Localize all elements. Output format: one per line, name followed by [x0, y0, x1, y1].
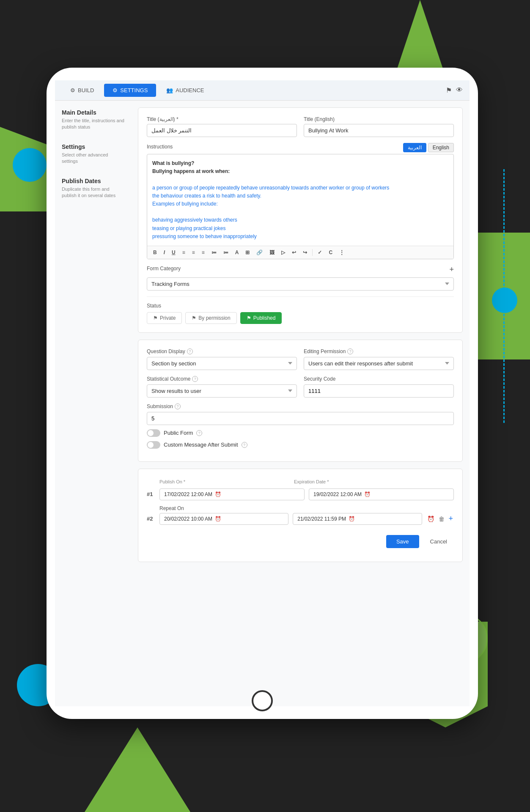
submission-input[interactable]	[147, 412, 454, 425]
publish-date-2-value: 20/02/2022 10:00 AM	[164, 516, 212, 522]
instructions-group: Instructions العربية English What is bul…	[147, 143, 454, 259]
security-code-label: Security Code	[304, 376, 454, 382]
nav-actions: ⚑ 👁	[446, 86, 463, 94]
sidebar-section-main-details: Main Details Enter the title, instructio…	[62, 109, 124, 131]
toolbar-italic[interactable]: I	[162, 249, 167, 256]
sidebar-publish-dates-desc: Duplicate this form and publish it on se…	[62, 186, 124, 199]
toolbar-video[interactable]: ▷	[280, 249, 287, 256]
flag-icon[interactable]: ⚑	[446, 86, 452, 94]
date-row-1-publish-on: 17/02/2022 12:00 AM ⏰	[159, 488, 305, 500]
title-arabic-input[interactable]	[147, 124, 297, 137]
editing-permission-help[interactable]: ?	[347, 348, 353, 354]
toolbar-more[interactable]: ⋮	[338, 249, 346, 256]
tab-audience[interactable]: 👥 AUDIENCE	[158, 84, 212, 97]
public-form-help[interactable]: ?	[196, 430, 202, 436]
custom-message-help[interactable]: ?	[242, 442, 247, 448]
dashed-line-decor	[503, 169, 505, 423]
toolbar-ordered-list[interactable]: ≔	[210, 249, 218, 256]
save-button[interactable]: Save	[386, 535, 419, 548]
toolbar-link[interactable]: 🔗	[255, 249, 264, 256]
toolbar-image[interactable]: 🖼	[268, 249, 276, 256]
sidebar-publish-dates-title: Publish Dates	[62, 178, 124, 184]
toolbar-check[interactable]: ✓	[316, 249, 324, 256]
date-row-1-num: #1	[147, 491, 155, 497]
date-row-1-publish-input[interactable]: 17/02/2022 12:00 AM ⏰	[159, 488, 305, 500]
toolbar-align-right[interactable]: ≡	[200, 249, 206, 256]
toolbar-redo[interactable]: ↪	[301, 249, 309, 256]
question-display-help[interactable]: ?	[187, 348, 193, 354]
status-private[interactable]: ⚑ Private	[147, 312, 182, 324]
title-english-input[interactable]	[304, 124, 454, 137]
toolbar-clear[interactable]: C	[327, 249, 334, 256]
date-row-2-delete-btn[interactable]: 🗑	[438, 515, 445, 523]
public-form-toggle[interactable]	[147, 429, 160, 437]
title-arabic-group: Title (العربية) *	[147, 116, 297, 137]
toolbar-bold[interactable]: B	[151, 249, 159, 256]
settings-card: Question Display ? Section by section Ed…	[138, 340, 463, 462]
settings-row-2: Statistical Outcome ? Show results to us…	[147, 376, 454, 398]
lang-arabic-btn[interactable]: العربية	[403, 143, 426, 152]
date-row-2-expiration-input[interactable]: 21/02/2022 11:59 PM ⏰	[293, 513, 422, 525]
lang-english-btn[interactable]: English	[428, 143, 454, 152]
add-category-btn[interactable]: +	[449, 265, 454, 274]
date-row-1-expiration: 19/02/2022 12:00 AM ⏰	[309, 488, 454, 500]
toolbar-underline[interactable]: U	[170, 249, 177, 256]
private-icon: ⚑	[153, 315, 158, 321]
submission-group: Submission ?	[147, 403, 454, 429]
date-row-2-publish-input[interactable]: 20/02/2022 10:00 AM ⏰	[159, 513, 288, 525]
main-details-card: Title (العربية) * Title (English)	[138, 107, 463, 333]
date-row-2-num: #2	[147, 516, 155, 522]
statistical-outcome-help[interactable]: ?	[192, 376, 198, 382]
status-published[interactable]: ⚑ Published	[240, 312, 282, 324]
form-category-select[interactable]: Tracking Forms	[147, 277, 454, 291]
date-row-1-expiration-input[interactable]: 19/02/2022 12:00 AM ⏰	[309, 488, 454, 500]
date-row-2-publish-on: 20/02/2022 10:00 AM ⏰	[159, 513, 288, 525]
question-display-select[interactable]: Section by section	[147, 357, 297, 370]
editing-permission-select[interactable]: Users can edit their responses after sub…	[304, 357, 454, 370]
form-category-label: Form Category	[147, 266, 181, 272]
instructions-content[interactable]: What is bullying? Bullying happens at wo…	[147, 154, 453, 246]
toolbar-table[interactable]: ⊞	[244, 249, 251, 256]
tab-settings[interactable]: ⚙ SETTINGS	[104, 84, 156, 97]
by-permission-icon: ⚑	[192, 315, 196, 321]
toolbar-undo[interactable]: ↩	[290, 249, 298, 256]
content-area: Main Details Enter the title, instructio…	[55, 101, 470, 706]
publish-date-1-value: 17/02/2022 12:00 AM	[164, 491, 212, 497]
toolbar-align-center[interactable]: ≡	[190, 249, 197, 256]
date-row-2-clock-btn[interactable]: ⏰	[426, 515, 435, 523]
toolbar-unordered-list[interactable]: ≔	[222, 249, 230, 256]
title-english-group: Title (English)	[304, 116, 454, 137]
instructions-label: Instructions	[147, 144, 173, 150]
submission-label: Submission ?	[147, 403, 454, 409]
cancel-button[interactable]: Cancel	[423, 535, 454, 548]
status-options: ⚑ Private ⚑ By permission ⚑ Published	[147, 312, 454, 324]
custom-message-toggle[interactable]	[147, 441, 160, 449]
toolbar-align-left[interactable]: ≡	[181, 249, 187, 256]
bg-decor-green-bottom2	[85, 727, 190, 812]
settings-row-1: Question Display ? Section by section Ed…	[147, 348, 454, 370]
submission-help[interactable]: ?	[175, 403, 181, 409]
divider-1	[147, 296, 454, 297]
clock-icon-exp-1: ⏰	[364, 491, 371, 497]
left-sidebar: Main Details Enter the title, instructio…	[55, 101, 131, 706]
sidebar-section-publish-dates: Publish Dates Duplicate this form and pu…	[62, 178, 124, 199]
security-code-input[interactable]	[304, 384, 454, 398]
toolbar-font-color[interactable]: A	[233, 249, 241, 256]
sidebar-settings-title: Settings	[62, 143, 124, 150]
custom-message-label: Custom Message After Submit	[164, 442, 238, 448]
tablet-content: ⚙ BUILD ⚙ SETTINGS 👥 AUDIENCE ⚑ 👁	[55, 80, 470, 706]
question-display-label: Question Display ?	[147, 348, 297, 354]
lang-buttons: العربية English	[403, 143, 454, 152]
bottom-actions: Save Cancel	[147, 530, 454, 553]
clock-icon-2: ⏰	[215, 516, 221, 522]
title-arabic-label: Title (العربية) *	[147, 116, 297, 122]
statistical-outcome-select[interactable]: Show results to user	[147, 384, 297, 398]
statistical-outcome-col: Statistical Outcome ? Show results to us…	[147, 376, 297, 398]
eye-icon[interactable]: 👁	[456, 86, 463, 94]
status-by-permission[interactable]: ⚑ By permission	[185, 312, 236, 324]
sidebar-main-details-desc: Enter the title, instructions and publis…	[62, 118, 124, 131]
tab-build[interactable]: ⚙ BUILD	[62, 84, 102, 97]
tablet-home-button[interactable]	[252, 690, 273, 711]
published-icon: ⚑	[247, 315, 251, 321]
date-row-2-add-btn[interactable]: +	[448, 513, 454, 524]
